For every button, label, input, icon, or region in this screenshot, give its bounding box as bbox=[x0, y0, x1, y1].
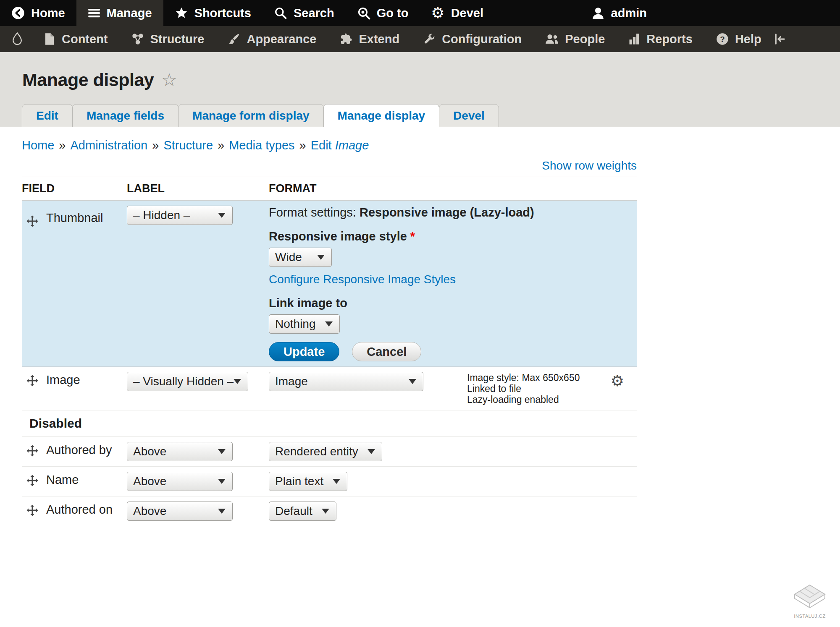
tab-manage-form-display[interactable]: Manage form display bbox=[178, 104, 324, 127]
manage-display-table: FIELD LABEL FORMAT Thumbnail – Hidden – … bbox=[22, 177, 637, 526]
toolbar-item-manage[interactable]: Manage bbox=[76, 0, 163, 26]
drag-handle[interactable] bbox=[26, 504, 39, 518]
star-icon bbox=[175, 6, 188, 20]
drag-handle[interactable] bbox=[26, 474, 39, 489]
update-button[interactable]: Update bbox=[269, 342, 339, 361]
menu-item-people[interactable]: People bbox=[533, 26, 617, 52]
select-value: Above bbox=[133, 504, 166, 518]
move-icon bbox=[26, 374, 39, 387]
format-settings-title: Format settings: Responsive image (Lazy-… bbox=[269, 206, 637, 219]
toolbar-item-search[interactable]: Search bbox=[262, 0, 346, 26]
drag-handle[interactable] bbox=[26, 374, 39, 389]
format-settings-panel: Format settings: Responsive image (Lazy-… bbox=[269, 201, 637, 366]
menu-item-structure[interactable]: Structure bbox=[120, 26, 216, 52]
toolbar-item-label: Home bbox=[31, 6, 65, 20]
chevron-down-icon bbox=[234, 379, 241, 384]
authored-on-format-select[interactable]: Default bbox=[269, 502, 336, 521]
page-header: Manage display ☆ Edit Manage fields Mana… bbox=[0, 52, 840, 127]
breadcrumb-separator: » bbox=[59, 138, 66, 152]
show-row-weights-link[interactable]: Show row weights bbox=[542, 159, 637, 172]
tab-manage-fields[interactable]: Manage fields bbox=[72, 104, 178, 127]
link-image-to-select[interactable]: Nothing bbox=[269, 314, 340, 334]
chevron-down-icon bbox=[218, 449, 226, 454]
search-icon bbox=[274, 6, 287, 20]
favorite-star-icon[interactable]: ☆ bbox=[161, 71, 177, 89]
toolbar-item-label: Go to bbox=[377, 6, 409, 20]
menu-item-label: People bbox=[565, 32, 605, 46]
thumbnail-label-select[interactable]: – Hidden – bbox=[127, 206, 233, 225]
drag-handle[interactable] bbox=[26, 444, 39, 459]
breadcrumb-home[interactable]: Home bbox=[22, 138, 54, 152]
drupal-logo[interactable] bbox=[0, 26, 32, 52]
menu-item-extend[interactable]: Extend bbox=[328, 26, 411, 52]
menu-item-configuration[interactable]: Configuration bbox=[411, 26, 533, 52]
menu-item-label: Reports bbox=[646, 32, 693, 46]
name-format-select[interactable]: Plain text bbox=[269, 472, 347, 491]
authored-by-label-select[interactable]: Above bbox=[127, 442, 233, 461]
file-icon bbox=[44, 33, 55, 45]
chevron-down-icon bbox=[409, 379, 416, 384]
menu-item-help[interactable]: ? Help bbox=[704, 26, 773, 52]
chevron-down-icon bbox=[322, 509, 329, 514]
admin-menu-tray: Content Structure Appearance Extend Conf… bbox=[0, 26, 840, 52]
bar-chart-icon bbox=[628, 33, 640, 45]
menu-item-label: Appearance bbox=[247, 32, 316, 46]
authored-on-label-select[interactable]: Above bbox=[127, 502, 233, 521]
menu-item-content[interactable]: Content bbox=[32, 26, 120, 52]
menu-item-label: Content bbox=[62, 32, 108, 46]
page-title-text: Manage display bbox=[22, 70, 154, 90]
breadcrumb-current[interactable]: EditImage bbox=[311, 138, 369, 152]
menu-item-label: Configuration bbox=[442, 32, 522, 46]
select-value: Rendered entity bbox=[275, 445, 358, 458]
goto-icon bbox=[357, 6, 370, 20]
cancel-button[interactable]: Cancel bbox=[352, 342, 421, 361]
toolbar-item-shortcuts[interactable]: Shortcuts bbox=[163, 0, 262, 26]
image-format-settings-button[interactable]: ⚙ bbox=[611, 372, 624, 390]
breadcrumb-current-emphasis: Image bbox=[335, 138, 369, 152]
table-row-name: Name Above Plain text bbox=[22, 467, 637, 496]
menu-item-appearance[interactable]: Appearance bbox=[216, 26, 328, 52]
user-icon bbox=[591, 6, 605, 20]
toolbar-item-label: Search bbox=[294, 6, 334, 20]
select-value: – Visually Hidden – bbox=[133, 375, 234, 388]
primary-tabs: Edit Manage fields Manage form display M… bbox=[22, 104, 499, 127]
breadcrumb-separator: » bbox=[218, 138, 224, 152]
select-value: Default bbox=[275, 504, 312, 518]
tab-edit[interactable]: Edit bbox=[22, 104, 73, 127]
toolbar-item-label: Manage bbox=[107, 6, 152, 20]
toolbar-item-home[interactable]: Home bbox=[0, 0, 76, 26]
breadcrumb: Home»Administration»Structure»Media type… bbox=[22, 138, 637, 152]
configure-responsive-image-styles-link[interactable]: Configure Responsive Image Styles bbox=[269, 273, 456, 286]
home-back-icon bbox=[11, 6, 25, 20]
format-summary: Image style: Max 650x650 Linked to file … bbox=[467, 372, 580, 405]
drag-handle[interactable] bbox=[26, 215, 39, 229]
chevron-down-icon bbox=[218, 479, 226, 484]
move-icon bbox=[26, 474, 39, 487]
menu-item-label: Extend bbox=[359, 32, 399, 46]
responsive-image-style-select[interactable]: Wide bbox=[269, 248, 332, 267]
name-label-select[interactable]: Above bbox=[127, 472, 233, 491]
tab-devel[interactable]: Devel bbox=[439, 104, 499, 127]
menu-item-reports[interactable]: Reports bbox=[617, 26, 704, 52]
chevron-down-icon bbox=[218, 509, 226, 514]
toolbar-item-label: Devel bbox=[451, 6, 483, 20]
chevron-down-icon bbox=[317, 255, 325, 260]
toolbar-user-admin[interactable]: admin bbox=[580, 0, 658, 26]
tab-manage-display[interactable]: Manage display bbox=[323, 104, 440, 127]
image-label-select[interactable]: – Visually Hidden – bbox=[127, 372, 248, 391]
breadcrumb-current-prefix: Edit bbox=[311, 138, 332, 152]
breadcrumb-structure[interactable]: Structure bbox=[163, 138, 213, 152]
chevron-down-icon bbox=[218, 213, 226, 218]
watermark-logo-icon bbox=[792, 584, 827, 611]
image-format-select[interactable]: Image bbox=[269, 372, 423, 391]
table-row-thumbnail: Thumbnail – Hidden – Format settings: Re… bbox=[22, 201, 637, 367]
toolbar-item-devel[interactable]: ⚙ Devel bbox=[420, 0, 495, 26]
chevron-down-icon bbox=[368, 449, 375, 454]
authored-by-format-select[interactable]: Rendered entity bbox=[269, 442, 382, 461]
toolbar-orientation-toggle[interactable] bbox=[773, 26, 794, 52]
toolbar-item-goto[interactable]: Go to bbox=[346, 0, 420, 26]
watermark-text: INSTALUJ.CZ bbox=[785, 614, 835, 619]
breadcrumb-administration[interactable]: Administration bbox=[71, 138, 148, 152]
column-header-field: FIELD bbox=[22, 177, 127, 200]
breadcrumb-media-types[interactable]: Media types bbox=[229, 138, 294, 152]
